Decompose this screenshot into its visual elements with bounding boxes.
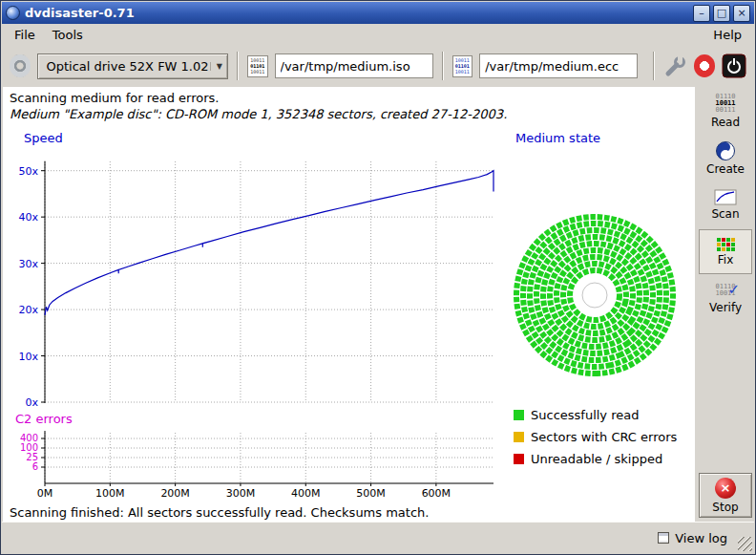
speed-chart-title: Speed <box>24 131 63 145</box>
scan-button[interactable]: Scan <box>699 182 752 227</box>
chevron-down-icon: ▼ <box>210 62 222 71</box>
read-button-label: Read <box>711 116 740 129</box>
svg-text:200M: 200M <box>160 487 190 500</box>
ecc-path-input[interactable] <box>479 53 638 78</box>
check-icon: ✓ <box>727 281 740 298</box>
svg-text:50x: 50x <box>18 165 38 178</box>
close-button[interactable]: × <box>733 5 750 22</box>
fix-button-label: Fix <box>718 253 733 267</box>
verify-icon: 01110 10011 ✓ <box>713 284 738 299</box>
drive-selector-value: Optical drive 52X FW 1.02 <box>46 59 209 74</box>
ecc-file-icon: 10011 01101 10011 <box>452 55 473 77</box>
scan-button-label: Scan <box>711 207 739 221</box>
scan-chart-icon <box>714 189 737 205</box>
read-icon: 01110 10011 00111 <box>715 94 735 114</box>
app-window: dvdisaster-0.71 – □ × File Tools Help Op… <box>0 0 756 555</box>
legend-item: Sectors with CRC errors <box>514 430 677 444</box>
legend-item: Successfully read <box>514 408 677 422</box>
verify-button-label: Verify <box>709 301 742 314</box>
medium-info: Medium "Example disc": CD-ROM mode 1, 35… <box>10 107 507 121</box>
app-icon <box>6 6 20 20</box>
optical-drive-icon <box>10 54 31 77</box>
svg-text:500M: 500M <box>356 487 386 500</box>
titlebar[interactable]: dvdisaster-0.71 – □ × <box>2 2 754 24</box>
menu-file[interactable]: File <box>6 26 44 44</box>
minimize-button[interactable]: – <box>693 5 710 22</box>
create-button-label: Create <box>706 162 745 176</box>
medium-state-title: Medium state <box>515 131 600 145</box>
maximize-button[interactable]: □ <box>713 5 730 22</box>
dvdisaster-logo-icon[interactable] <box>694 54 715 77</box>
legend-label: Unreadable / skipped <box>531 452 662 466</box>
main-panel: 0M100M200M300M400M500M600M0x10x20x30x40x… <box>3 87 695 523</box>
svg-text:20x: 20x <box>18 304 38 316</box>
preferences-wrench-icon[interactable] <box>663 53 686 78</box>
stop-button-label: Stop <box>712 501 738 514</box>
iso-icon-row: 10011 <box>250 69 264 75</box>
svg-text:10x: 10x <box>18 351 38 363</box>
verify-button[interactable]: 01110 10011 ✓ Verify <box>699 276 752 321</box>
menu-help[interactable]: Help <box>704 26 750 44</box>
ecc-icon-row: 10011 <box>455 69 470 75</box>
legend-swatch <box>514 410 524 420</box>
menu-tools[interactable]: Tools <box>44 26 92 44</box>
create-button[interactable]: Create <box>699 136 752 181</box>
legend-swatch <box>514 432 524 442</box>
legend-label: Sectors with CRC errors <box>531 430 677 444</box>
svg-text:40x: 40x <box>18 211 38 224</box>
legend-item: Unreadable / skipped <box>514 452 677 466</box>
iso-path-input[interactable] <box>275 53 433 78</box>
menubar: File Tools Help <box>2 24 754 45</box>
status-heading: Scanning medium for read errors. <box>10 91 219 105</box>
create-yinyang-icon <box>716 141 735 160</box>
c2-errors-title: C2 errors <box>15 412 73 426</box>
legend-swatch <box>514 454 524 464</box>
log-icon <box>658 532 669 544</box>
drive-selector[interactable]: Optical drive 52X FW 1.02 ▼ <box>37 53 227 79</box>
toolbar: Optical drive 52X FW 1.02 ▼ 10011 01101 … <box>2 45 754 87</box>
medium-state-legend: Successfully readSectors with CRC errors… <box>514 408 677 466</box>
toolbar-separator <box>653 52 655 80</box>
iso-image-icon: 10011 01101 10011 <box>247 55 268 77</box>
svg-text:30x: 30x <box>18 258 38 270</box>
window-title: dvdisaster-0.71 <box>25 6 135 20</box>
scan-result-text: Scanning finished: All sectors successfu… <box>10 505 429 520</box>
svg-text:300M: 300M <box>226 487 256 500</box>
view-log-label: View log <box>675 531 727 545</box>
svg-text:400M: 400M <box>291 487 321 500</box>
toolbar-separator <box>237 52 239 80</box>
quit-power-icon[interactable] <box>722 53 746 78</box>
legend-label: Successfully read <box>531 408 639 422</box>
statusbar: View log <box>2 522 754 553</box>
fix-icon <box>717 238 735 251</box>
stop-button[interactable]: × Stop <box>699 473 752 518</box>
resize-grip[interactable] <box>738 537 752 551</box>
svg-text:600M: 600M <box>422 487 452 500</box>
fix-button[interactable]: Fix <box>699 229 752 274</box>
read-button[interactable]: 01110 10011 00111 Read <box>699 89 752 134</box>
svg-text:6: 6 <box>32 461 38 472</box>
svg-text:100M: 100M <box>95 487 125 500</box>
stop-icon: × <box>715 478 736 499</box>
toolbar-separator <box>442 52 444 80</box>
svg-text:0M: 0M <box>37 487 53 500</box>
action-sidebar: 01110 10011 00111 Read Create Scan Fix 0… <box>695 87 756 523</box>
svg-text:0x: 0x <box>25 396 38 409</box>
view-log-button[interactable]: View log <box>652 527 733 548</box>
